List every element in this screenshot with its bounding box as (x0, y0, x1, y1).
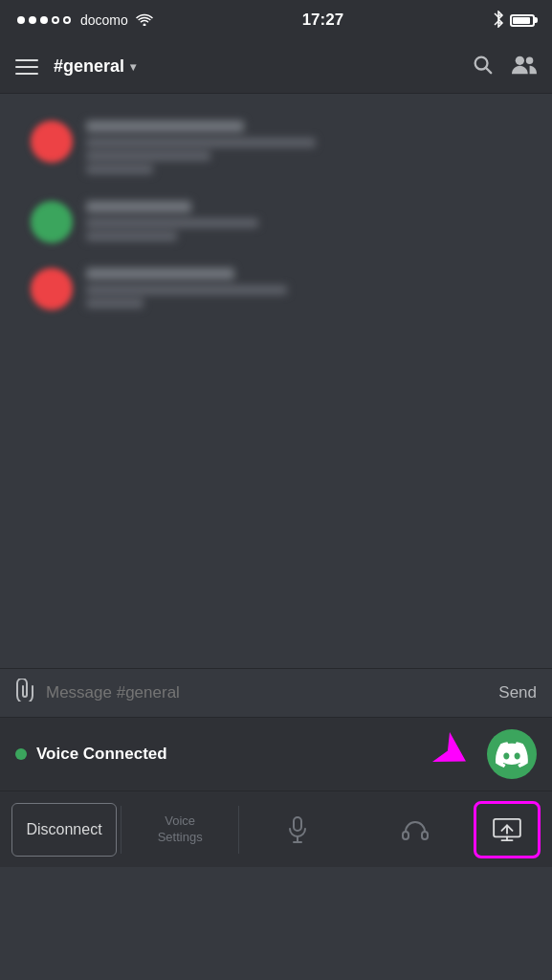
svg-rect-13 (422, 832, 428, 839)
attachment-icon[interactable] (15, 679, 34, 707)
svg-rect-12 (403, 832, 408, 839)
message-text (86, 138, 316, 147)
list-item (15, 256, 537, 323)
headphone-button[interactable] (357, 801, 474, 858)
message-content (86, 268, 521, 312)
nav-icons (472, 54, 537, 80)
avatar (31, 121, 73, 163)
battery-icon (510, 14, 535, 27)
message-text-2 (86, 232, 177, 241)
status-bar-left: docomo (17, 12, 153, 29)
voice-settings-button[interactable]: VoiceSettings (121, 801, 238, 858)
channel-name-label: #general (54, 56, 124, 77)
svg-point-0 (143, 23, 145, 26)
voice-settings-label: VoiceSettings (158, 813, 203, 846)
carrier-label: docomo (80, 12, 128, 28)
message-input-area: Send (0, 668, 552, 717)
signal-dot-3 (40, 16, 48, 24)
message-text (86, 218, 258, 228)
status-time: 17:27 (302, 11, 343, 30)
message-text (86, 285, 287, 295)
discord-button[interactable] (487, 729, 537, 779)
svg-rect-9 (294, 817, 301, 831)
channel-title[interactable]: #general ▾ (54, 56, 472, 77)
bottom-bar: Disconnect VoiceSettings (0, 791, 552, 867)
avatar (31, 268, 73, 310)
voice-connected-label: Voice Connected (36, 745, 430, 764)
signal-dot-5 (63, 16, 71, 24)
message-name (86, 268, 234, 279)
message-input[interactable] (46, 683, 498, 702)
message-name (86, 121, 244, 132)
nav-bar: #general ▾ (0, 40, 552, 94)
microphone-button[interactable] (239, 801, 356, 858)
search-icon[interactable] (472, 54, 493, 80)
arrow-indicator-icon (430, 732, 477, 776)
message-name (86, 201, 191, 212)
send-button[interactable]: Send (498, 683, 537, 702)
wifi-icon (136, 12, 153, 29)
list-item (15, 109, 537, 189)
members-icon[interactable] (512, 54, 537, 80)
hamburger-line-3 (15, 73, 38, 75)
voice-bar: Voice Connected (0, 717, 552, 791)
hamburger-line-1 (15, 59, 38, 61)
bluetooth-icon (493, 11, 504, 31)
svg-point-8 (526, 56, 533, 63)
disconnect-button[interactable]: Disconnect (11, 803, 117, 857)
hamburger-line-2 (15, 66, 38, 68)
screenshare-button[interactable] (474, 801, 541, 858)
message-text-3 (86, 165, 153, 174)
svg-point-7 (516, 56, 524, 64)
hamburger-menu-icon[interactable] (15, 59, 38, 75)
signal-dot-1 (17, 16, 25, 24)
signal-dot-2 (29, 16, 36, 24)
svg-line-6 (486, 68, 491, 73)
message-text-2 (86, 299, 144, 308)
message-content (86, 201, 521, 245)
signal-dot-4 (52, 16, 59, 24)
chat-area (0, 94, 552, 668)
avatar (31, 201, 73, 243)
list-item (15, 189, 537, 256)
voice-connected-dot (15, 748, 27, 760)
message-content (86, 121, 521, 178)
status-bar-right (493, 11, 535, 31)
message-text-2 (86, 151, 210, 161)
channel-dropdown-arrow: ▾ (130, 60, 136, 74)
status-bar: docomo 17:27 (0, 0, 552, 40)
